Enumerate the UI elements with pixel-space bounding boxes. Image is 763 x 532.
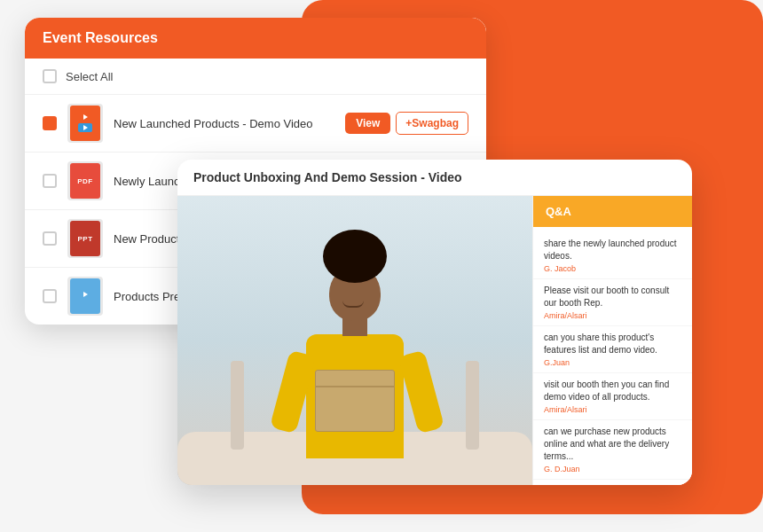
qa-message-author: Amira/Alsari: [544, 405, 681, 414]
qa-message-author: G. D.Juan: [544, 465, 681, 473]
qa-message-text: share the newly launched product videos.: [544, 238, 681, 262]
qa-message-author: G.Juan: [544, 358, 681, 367]
video-panel-title: Product Unboxing And Demo Session - Vide…: [193, 170, 462, 184]
resource-checkbox-2[interactable]: [43, 174, 57, 188]
panel-title: Event Resources: [43, 30, 158, 45]
qa-message-text: visit our booth then you can find demo v…: [544, 379, 681, 403]
qa-message-author: G. Jacob: [544, 264, 681, 273]
resource-checkbox-1[interactable]: [43, 116, 57, 130]
file-icon-pdf-2: PDF: [67, 161, 103, 200]
qa-message: share the newly launched product videos.…: [533, 232, 692, 279]
qa-messages: share the newly launched product videos.…: [533, 227, 692, 485]
resource-checkbox-3[interactable]: [43, 231, 57, 246]
file-type-label: PPT: [77, 235, 92, 243]
panel-header: Event Resources: [25, 18, 486, 59]
qa-message-text: Please visit our booth to consult our bo…: [544, 285, 681, 309]
select-all-checkbox[interactable]: [43, 69, 57, 83]
file-type-label: PDF: [77, 177, 93, 185]
qa-message: visit our booth then you can find demo v…: [533, 373, 692, 420]
video-panel: Product Unboxing And Demo Session - Vide…: [177, 160, 692, 485]
qa-header-label: Q&A: [546, 205, 571, 218]
resource-row: New Launched Products - Demo Video View …: [25, 95, 486, 153]
select-all-row: Select All: [25, 59, 486, 95]
video-thumbnail: [177, 196, 532, 485]
resource-checkbox-4[interactable]: [43, 289, 57, 303]
view-button-1[interactable]: View: [345, 113, 390, 134]
resource-actions-1: View +Swagbag: [345, 112, 468, 135]
qa-panel: Q&A share the newly launched product vid…: [532, 196, 692, 485]
qa-message-text: can you share this product's features li…: [544, 332, 681, 356]
video-panel-header: Product Unboxing And Demo Session - Vide…: [177, 160, 692, 196]
qa-message-text: can we purchase new products online and …: [544, 426, 681, 463]
video-panel-body: Q&A share the newly launched product vid…: [177, 196, 692, 485]
file-icon-ppt-3: PPT: [67, 219, 103, 258]
qa-message-author: Amira/Alsari: [544, 311, 681, 320]
file-icon-video-4: [67, 277, 103, 316]
select-all-label: Select All: [66, 70, 113, 83]
resource-name-1: New Launched Products - Demo Video: [114, 117, 334, 130]
video-area[interactable]: [177, 196, 532, 485]
qa-message: Please visit our booth to consult our bo…: [533, 279, 692, 326]
swagbag-button-1[interactable]: +Swagbag: [396, 112, 468, 135]
qa-message: can we purchase new products online and …: [533, 420, 692, 480]
file-icon-video-1: [67, 104, 103, 143]
qa-message: can you share this product's features li…: [533, 326, 692, 373]
qa-header: Q&A: [533, 196, 692, 227]
